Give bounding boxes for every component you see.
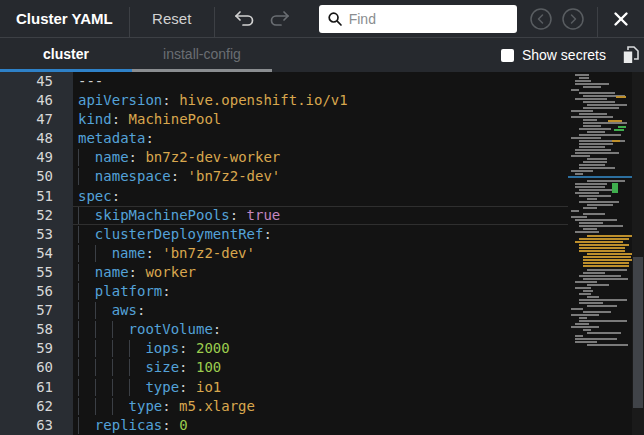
token-key: skipMachinePools	[95, 207, 230, 223]
code-row: 45---	[0, 72, 644, 91]
minimap-line	[579, 247, 625, 249]
token-str: 'bn7z2-dev'	[188, 168, 281, 184]
minimap-line	[579, 222, 603, 224]
tab-install-config[interactable]: install-config	[132, 38, 272, 72]
minimap-line	[583, 107, 619, 109]
line-number: 57	[0, 301, 73, 320]
minimap-line	[612, 140, 620, 142]
minimap-line	[579, 143, 613, 145]
minimap-line	[575, 83, 609, 85]
minimap-line	[575, 231, 599, 233]
close-button[interactable]	[598, 11, 644, 27]
token-punct: :	[179, 379, 196, 395]
match-nav	[529, 7, 585, 31]
token-key: name	[95, 149, 129, 165]
indent-guide	[78, 207, 95, 224]
minimap-line	[575, 338, 617, 340]
code-row: 63replicas: 0	[0, 416, 644, 435]
minimap-line	[575, 281, 597, 283]
show-secrets-checkbox[interactable]	[501, 49, 514, 62]
indent-guide	[129, 340, 146, 357]
code-row: 53clusterDeploymentRef:	[0, 225, 644, 244]
show-secrets-label: Show secrets	[522, 47, 606, 63]
line-number: 56	[0, 282, 73, 301]
indent-guide	[78, 379, 95, 396]
minimap-line	[587, 332, 621, 334]
code-row: 51spec:	[0, 187, 644, 206]
minimap-line	[583, 262, 629, 264]
code-line: clusterDeploymentRef:	[73, 225, 568, 244]
find-input[interactable]	[319, 5, 517, 33]
code-line: size: 100	[73, 358, 568, 377]
indent-guide	[95, 321, 112, 338]
tabbar: cluster install-config Show secrets	[0, 38, 644, 72]
minimap-line	[571, 137, 601, 139]
minimap-line	[587, 284, 609, 286]
minimap-line	[571, 326, 599, 328]
token-punct: :	[145, 130, 153, 146]
indent-guide	[112, 321, 129, 338]
token-str: worker	[145, 264, 196, 280]
minimap-line	[583, 119, 597, 121]
minimap-line	[612, 183, 618, 193]
code-line: skipMachinePools: true	[73, 206, 568, 225]
scrollbar-thumb[interactable]	[633, 257, 643, 408]
token-punct: ---	[78, 73, 103, 89]
minimap-line	[583, 329, 591, 331]
next-match-button[interactable]	[561, 7, 585, 31]
line-number: 49	[0, 148, 73, 167]
minimap-line	[575, 287, 591, 289]
next-match-icon	[561, 7, 585, 31]
indent-guide	[112, 359, 129, 376]
minimap-line	[579, 250, 625, 252]
prev-match-button[interactable]	[529, 7, 553, 31]
minimap-line	[575, 323, 589, 325]
minimap-line	[575, 173, 583, 175]
token-punct: :	[263, 226, 271, 242]
minimap-line	[587, 296, 599, 298]
minimap-line	[579, 189, 615, 191]
undo-icon	[231, 8, 257, 30]
code-line: platform:	[73, 282, 568, 301]
indent-guide	[129, 359, 146, 376]
indent-guide	[78, 226, 95, 243]
minimap-line	[575, 192, 599, 194]
reset-button[interactable]: Reset	[130, 10, 214, 27]
redo-icon	[267, 8, 293, 30]
indent-guide	[112, 340, 129, 357]
token-str: bn7z2-dev-worker	[145, 149, 280, 165]
token-punct: :	[112, 111, 129, 127]
token-key: clusterDeploymentRef	[95, 226, 264, 242]
redo-button[interactable]	[267, 8, 293, 30]
minimap-line	[579, 244, 629, 246]
token-str: io1	[196, 379, 221, 395]
token-key: metadata	[78, 130, 145, 146]
minimap-line	[571, 89, 579, 91]
indent-guide	[95, 302, 112, 319]
code-row: 59iops: 2000	[0, 339, 644, 358]
line-number: 54	[0, 244, 73, 263]
indent-guide	[78, 359, 95, 376]
yaml-editor[interactable]: 45---46apiVersion: hive.openshift.io/v14…	[0, 72, 644, 435]
line-number: 58	[0, 320, 73, 339]
copy-button[interactable]	[622, 46, 639, 64]
indent-guide	[78, 264, 95, 281]
minimap-line	[608, 120, 622, 122]
minimap-line	[587, 158, 607, 160]
minimap-line	[579, 201, 619, 203]
minimap[interactable]	[568, 72, 632, 435]
line-number: 62	[0, 397, 73, 416]
minimap-line	[575, 80, 591, 82]
minimap-line	[583, 311, 611, 313]
vertical-scrollbar[interactable]	[632, 72, 644, 435]
code-row: 47kind: MachinePool	[0, 110, 644, 129]
tabbar-right: Show secrets	[501, 38, 644, 72]
minimap-line	[571, 110, 593, 112]
minimap-line	[583, 272, 605, 274]
minimap-line	[583, 101, 615, 103]
minimap-line	[583, 86, 601, 88]
tab-cluster[interactable]: cluster	[0, 38, 132, 72]
line-number: 46	[0, 91, 73, 110]
minimap-line	[579, 225, 623, 227]
undo-button[interactable]	[231, 8, 257, 30]
